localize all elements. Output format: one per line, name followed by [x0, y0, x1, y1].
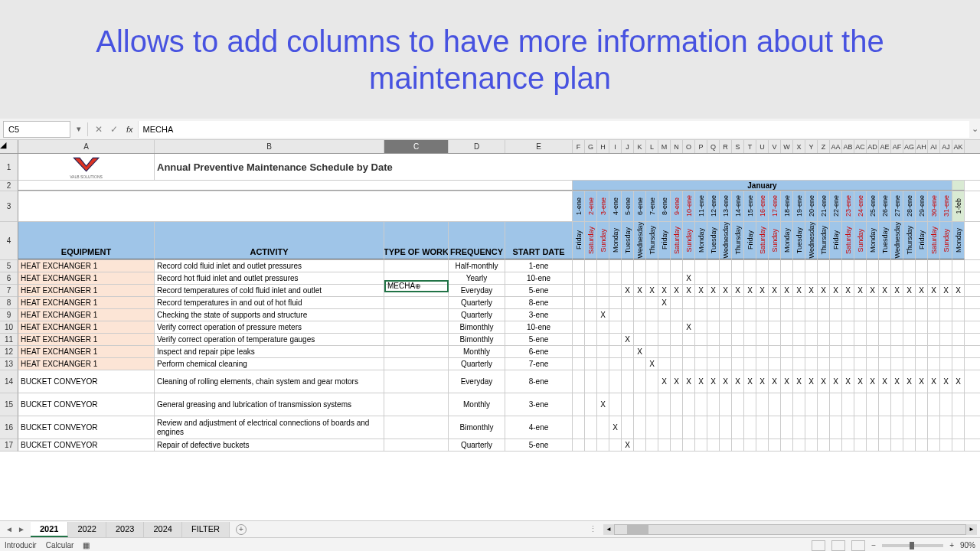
- cell-day[interactable]: [720, 416, 732, 439]
- cell-day[interactable]: [842, 393, 854, 416]
- cell-day[interactable]: [818, 297, 830, 308]
- cell-day[interactable]: [622, 309, 634, 321]
- sheet-tab[interactable]: FILTER: [182, 522, 230, 537]
- cell-activity[interactable]: Record hot fluid inlet and outlet pressu…: [155, 272, 384, 284]
- cell-day[interactable]: [732, 439, 744, 451]
- col-header[interactable]: Y: [805, 140, 818, 153]
- view-page-break-button[interactable]: [851, 540, 865, 551]
- cell-day[interactable]: [940, 321, 952, 333]
- cell-day[interactable]: [928, 260, 940, 272]
- cell-day[interactable]: [573, 285, 585, 296]
- cell-startdate[interactable]: 3-ene: [505, 309, 573, 321]
- cell-day[interactable]: [683, 439, 695, 451]
- cell-day[interactable]: [634, 358, 646, 370]
- cell-day[interactable]: [854, 393, 867, 416]
- row-header[interactable]: 12: [0, 346, 18, 358]
- cell-day[interactable]: [793, 309, 805, 321]
- cell-day[interactable]: [952, 272, 965, 284]
- cell-day[interactable]: [634, 272, 646, 284]
- cell-startdate[interactable]: 5-ene: [505, 334, 573, 345]
- cell-type[interactable]: [384, 358, 449, 370]
- cell-day[interactable]: [818, 358, 830, 370]
- cell-day[interactable]: [854, 416, 867, 439]
- cell-day[interactable]: X: [683, 321, 695, 333]
- cell-day[interactable]: X: [916, 285, 928, 296]
- col-header[interactable]: AK: [952, 140, 965, 153]
- cell-day[interactable]: X: [683, 285, 695, 296]
- cell-day[interactable]: [646, 370, 658, 393]
- cell-day[interactable]: [573, 370, 585, 393]
- cell-day[interactable]: [769, 272, 781, 284]
- cell-activity[interactable]: Repair of defective buckets: [155, 439, 384, 451]
- cell-day[interactable]: [634, 370, 646, 393]
- cell-day[interactable]: [952, 334, 965, 345]
- cell-day[interactable]: [646, 346, 658, 357]
- cell-day[interactable]: [671, 297, 683, 308]
- cell-day[interactable]: [818, 393, 830, 416]
- cell-day[interactable]: [940, 297, 952, 308]
- cell-day[interactable]: [756, 358, 769, 370]
- cell-day[interactable]: [695, 334, 707, 345]
- cell-day[interactable]: [769, 346, 781, 357]
- cell-day[interactable]: [622, 370, 634, 393]
- cell-day[interactable]: [830, 393, 842, 416]
- zoom-level[interactable]: 90%: [960, 541, 975, 549]
- cell-day[interactable]: [744, 297, 756, 308]
- cell-day[interactable]: [940, 260, 952, 272]
- cell-day[interactable]: [658, 393, 671, 416]
- cell-day[interactable]: [879, 346, 891, 357]
- cell-day[interactable]: [634, 321, 646, 333]
- cell-day[interactable]: [781, 416, 793, 439]
- cell-day[interactable]: X: [867, 370, 879, 393]
- row-header[interactable]: 9: [0, 309, 18, 321]
- cell-day[interactable]: [707, 393, 720, 416]
- cell-day[interactable]: [720, 346, 732, 357]
- col-header[interactable]: Z: [818, 140, 830, 153]
- cell-day[interactable]: [597, 416, 609, 439]
- cell-day[interactable]: [585, 346, 597, 357]
- row-header[interactable]: 4: [0, 222, 18, 260]
- cell-day[interactable]: X: [732, 370, 744, 393]
- cell-day[interactable]: X: [842, 285, 854, 296]
- cell-day[interactable]: [597, 370, 609, 393]
- cell-day[interactable]: [903, 321, 916, 333]
- cell-startdate[interactable]: 3-ene: [505, 393, 573, 416]
- cell-startdate[interactable]: 10-ene: [505, 272, 573, 284]
- cell-frequency[interactable]: Everyday: [449, 370, 505, 393]
- cell-day[interactable]: [830, 334, 842, 345]
- select-all-corner[interactable]: ◢: [0, 140, 18, 153]
- cell-day[interactable]: [646, 297, 658, 308]
- cell-day[interactable]: [671, 416, 683, 439]
- row-header[interactable]: 17: [0, 439, 18, 452]
- cell-day[interactable]: [683, 358, 695, 370]
- cell-day[interactable]: [916, 358, 928, 370]
- cell-type[interactable]: [384, 260, 449, 272]
- cell-day[interactable]: [952, 260, 965, 272]
- cell-day[interactable]: [756, 297, 769, 308]
- cell-day[interactable]: [805, 260, 818, 272]
- cell-day[interactable]: [818, 321, 830, 333]
- col-header[interactable]: AH: [916, 140, 928, 153]
- cell-day[interactable]: X: [622, 285, 634, 296]
- cell-type[interactable]: [384, 334, 449, 345]
- cell-day[interactable]: X: [671, 285, 683, 296]
- cell-day[interactable]: [609, 439, 622, 451]
- cell-day[interactable]: [830, 358, 842, 370]
- cell-day[interactable]: [756, 272, 769, 284]
- cell-day[interactable]: [769, 334, 781, 345]
- cell-day[interactable]: X: [781, 285, 793, 296]
- col-header[interactable]: H: [597, 140, 609, 153]
- cell-day[interactable]: X: [683, 370, 695, 393]
- cell-day[interactable]: [732, 393, 744, 416]
- cell-day[interactable]: [952, 358, 965, 370]
- cell-equipment[interactable]: HEAT EXCHANGER 1: [18, 358, 155, 370]
- cell-day[interactable]: [952, 321, 965, 333]
- cell-frequency[interactable]: Quarterly: [449, 439, 505, 451]
- cell-day[interactable]: X: [646, 358, 658, 370]
- cell-day[interactable]: [609, 393, 622, 416]
- cell-equipment[interactable]: HEAT EXCHANGER 1: [18, 346, 155, 357]
- cell-day[interactable]: [683, 260, 695, 272]
- cell-day[interactable]: [916, 260, 928, 272]
- cell-day[interactable]: [903, 358, 916, 370]
- cell-day[interactable]: [707, 309, 720, 321]
